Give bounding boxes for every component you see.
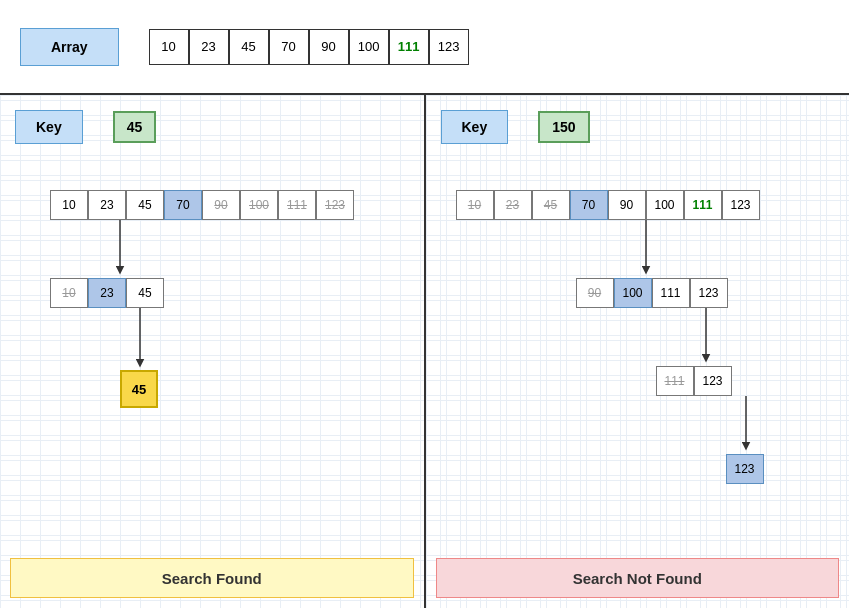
right-arrow-2 (686, 308, 726, 368)
ls1-cell-1: 23 (88, 278, 126, 308)
array-label: Array (20, 28, 119, 66)
rs2-cell-0: 111 (656, 366, 694, 396)
left-main-array: 10 23 45 70 90 100 111 123 (50, 190, 354, 228)
left-arrow-2 (120, 308, 160, 373)
top-section: Array 10 23 45 70 90 100 111 123 (0, 0, 849, 95)
array-cell-2: 45 (229, 29, 269, 65)
ls1-cell-0: 10 (50, 278, 88, 308)
lm-cell-7: 123 (316, 190, 354, 220)
rs1-cell-1: 100 (614, 278, 652, 308)
lm-cell-4: 90 (202, 190, 240, 220)
rm-cell-4: 90 (608, 190, 646, 220)
rs1-cell-2: 111 (652, 278, 690, 308)
left-key-row: Key 45 (15, 110, 409, 144)
lm-cell-6: 111 (278, 190, 316, 220)
right-key-value: 150 (538, 111, 589, 143)
array-cell-1: 23 (189, 29, 229, 65)
lm-cell-3: 70 (164, 190, 202, 220)
right-result-box: Search Not Found (436, 558, 840, 598)
lm-cell-0: 10 (50, 190, 88, 220)
right-key-row: Key 150 (441, 110, 835, 144)
left-result-box: Search Found (10, 558, 414, 598)
rm-cell-1: 23 (494, 190, 532, 220)
left-key-value: 45 (113, 111, 157, 143)
right-sub-array-2: 111 123 (656, 366, 732, 404)
left-result-item: 45 (120, 370, 158, 408)
array-cell-7: 123 (429, 29, 469, 65)
rm-cell-3: 70 (570, 190, 608, 220)
rm-cell-5: 100 (646, 190, 684, 220)
right-sub-array-3: 123 (726, 454, 764, 492)
rm-cell-2: 45 (532, 190, 570, 220)
bottom-section: Key 45 10 23 45 70 90 100 111 123 10 (0, 95, 849, 608)
rm-cell-7: 123 (722, 190, 760, 220)
left-panel: Key 45 10 23 45 70 90 100 111 123 10 (0, 95, 426, 608)
array-cell-5: 100 (349, 29, 389, 65)
right-main-array: 10 23 45 70 90 100 111 123 (456, 190, 760, 228)
lm-cell-1: 23 (88, 190, 126, 220)
rs1-cell-3: 123 (690, 278, 728, 308)
top-array: 10 23 45 70 90 100 111 123 (149, 29, 469, 65)
right-arrow-1 (626, 220, 666, 280)
array-cell-3: 70 (269, 29, 309, 65)
array-cell-4: 90 (309, 29, 349, 65)
lm-cell-2: 45 (126, 190, 164, 220)
ls1-cell-2: 45 (126, 278, 164, 308)
array-cell-0: 10 (149, 29, 189, 65)
right-arrow-3 (726, 396, 766, 456)
left-arrow-1 (100, 220, 140, 280)
lm-cell-5: 100 (240, 190, 278, 220)
rm-cell-6: 111 (684, 190, 722, 220)
rs3-cell-0: 123 (726, 454, 764, 484)
array-cell-6: 111 (389, 29, 429, 65)
rm-cell-0: 10 (456, 190, 494, 220)
rs1-cell-0: 90 (576, 278, 614, 308)
right-panel: Key 150 10 23 45 70 90 100 111 123 90 (426, 95, 850, 608)
right-key-label: Key (441, 110, 509, 144)
rs2-cell-1: 123 (694, 366, 732, 396)
left-key-label: Key (15, 110, 83, 144)
